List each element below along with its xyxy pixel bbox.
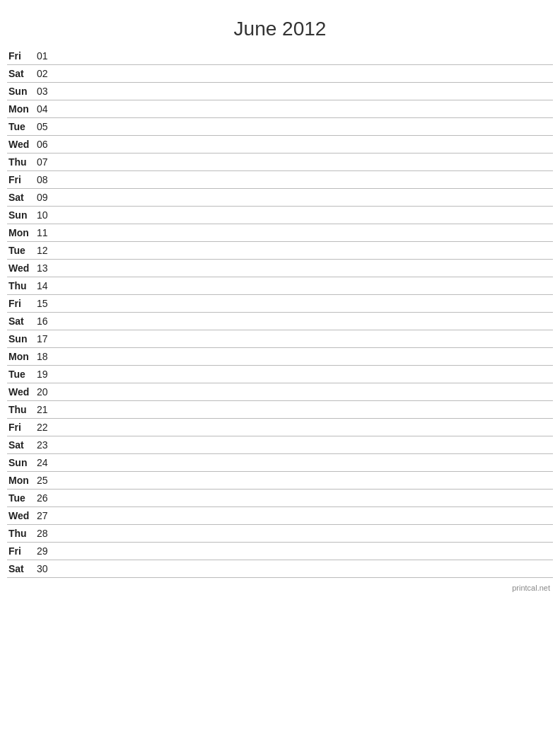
day-number: 11 xyxy=(35,224,57,242)
calendar-row: Sun17 xyxy=(7,330,553,348)
calendar-row: Thu28 xyxy=(7,525,553,543)
calendar-row: Wed27 xyxy=(7,507,553,525)
day-writing-space xyxy=(57,472,553,490)
calendar-row: Mon25 xyxy=(7,472,553,490)
calendar-row: Tue05 xyxy=(7,118,553,136)
day-writing-space xyxy=(57,525,553,543)
day-number: 18 xyxy=(35,348,57,366)
calendar-row: Wed20 xyxy=(7,383,553,401)
calendar-row: Thu21 xyxy=(7,401,553,419)
day-name: Mon xyxy=(7,100,35,118)
calendar-row: Sat16 xyxy=(7,313,553,330)
day-number: 08 xyxy=(35,171,57,189)
calendar-row: Tue19 xyxy=(7,366,553,383)
day-writing-space xyxy=(57,419,553,436)
calendar-row: Thu07 xyxy=(7,154,553,171)
day-number: 12 xyxy=(35,242,57,260)
day-name: Fri xyxy=(7,295,35,313)
calendar-row: Wed06 xyxy=(7,136,553,154)
day-name: Thu xyxy=(7,401,35,419)
day-name: Sat xyxy=(7,313,35,330)
day-name: Wed xyxy=(7,507,35,525)
day-writing-space xyxy=(57,260,553,277)
calendar-row: Sun24 xyxy=(7,454,553,472)
day-number: 06 xyxy=(35,136,57,154)
calendar-row: Thu14 xyxy=(7,277,553,295)
day-name: Sun xyxy=(7,330,35,348)
day-name: Mon xyxy=(7,472,35,490)
day-writing-space xyxy=(57,154,553,171)
calendar-row: Fri08 xyxy=(7,171,553,189)
day-writing-space xyxy=(57,136,553,154)
day-number: 02 xyxy=(35,65,57,83)
day-writing-space xyxy=(57,560,553,578)
day-writing-space xyxy=(57,313,553,330)
day-number: 24 xyxy=(35,454,57,472)
calendar-row: Fri22 xyxy=(7,419,553,436)
day-writing-space xyxy=(57,295,553,313)
day-writing-space xyxy=(57,242,553,260)
page-title: June 2012 xyxy=(7,7,553,47)
day-number: 10 xyxy=(35,207,57,224)
day-number: 22 xyxy=(35,419,57,436)
day-name: Wed xyxy=(7,383,35,401)
day-name: Sat xyxy=(7,436,35,454)
day-number: 19 xyxy=(35,366,57,383)
calendar-row: Sun10 xyxy=(7,207,553,224)
day-writing-space xyxy=(57,47,553,65)
day-number: 04 xyxy=(35,100,57,118)
day-name: Sat xyxy=(7,189,35,207)
day-name: Fri xyxy=(7,419,35,436)
calendar-row: Tue26 xyxy=(7,490,553,507)
day-name: Tue xyxy=(7,366,35,383)
day-name: Sat xyxy=(7,65,35,83)
day-name: Mon xyxy=(7,224,35,242)
day-writing-space xyxy=(57,207,553,224)
calendar-row: Fri29 xyxy=(7,543,553,560)
day-number: 29 xyxy=(35,543,57,560)
calendar-row: Sun03 xyxy=(7,83,553,100)
day-number: 30 xyxy=(35,560,57,578)
calendar-row: Tue12 xyxy=(7,242,553,260)
calendar-row: Mon11 xyxy=(7,224,553,242)
day-number: 21 xyxy=(35,401,57,419)
day-number: 07 xyxy=(35,154,57,171)
day-name: Tue xyxy=(7,490,35,507)
day-name: Sun xyxy=(7,207,35,224)
day-number: 23 xyxy=(35,436,57,454)
day-name: Sun xyxy=(7,454,35,472)
day-writing-space xyxy=(57,436,553,454)
day-writing-space xyxy=(57,83,553,100)
day-writing-space xyxy=(57,543,553,560)
day-writing-space xyxy=(57,383,553,401)
calendar-row: Mon04 xyxy=(7,100,553,118)
day-writing-space xyxy=(57,224,553,242)
day-name: Tue xyxy=(7,242,35,260)
calendar-row: Fri01 xyxy=(7,47,553,65)
calendar-row: Sat30 xyxy=(7,560,553,578)
day-number: 05 xyxy=(35,118,57,136)
day-writing-space xyxy=(57,490,553,507)
calendar-row: Wed13 xyxy=(7,260,553,277)
day-name: Fri xyxy=(7,171,35,189)
day-writing-space xyxy=(57,454,553,472)
day-writing-space xyxy=(57,277,553,295)
day-writing-space xyxy=(57,330,553,348)
day-name: Tue xyxy=(7,118,35,136)
day-number: 09 xyxy=(35,189,57,207)
day-number: 20 xyxy=(35,383,57,401)
day-number: 15 xyxy=(35,295,57,313)
day-writing-space xyxy=(57,507,553,525)
day-name: Thu xyxy=(7,525,35,543)
day-writing-space xyxy=(57,171,553,189)
day-number: 13 xyxy=(35,260,57,277)
day-writing-space xyxy=(57,65,553,83)
day-name: Thu xyxy=(7,277,35,295)
day-number: 01 xyxy=(35,47,57,65)
day-number: 25 xyxy=(35,472,57,490)
calendar-row: Sat02 xyxy=(7,65,553,83)
day-name: Thu xyxy=(7,154,35,171)
day-name: Fri xyxy=(7,543,35,560)
day-name: Sat xyxy=(7,560,35,578)
day-writing-space xyxy=(57,100,553,118)
